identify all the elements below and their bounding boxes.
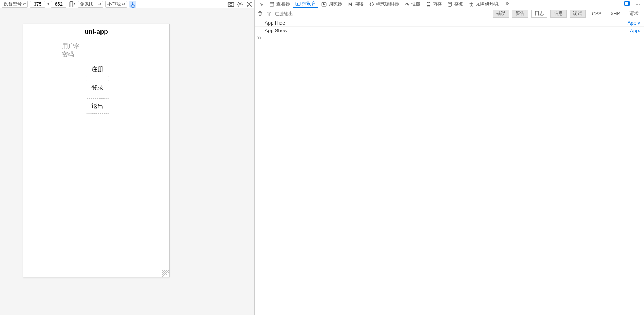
responsive-design-toolbar: 设备型号▴▾ × 像素比...▴▾ 不节流▴▾ [0, 0, 254, 8]
svg-point-2 [230, 3, 232, 5]
log-source-link[interactable]: App.v [628, 20, 640, 26]
select-arrows-icon: ▴▾ [122, 2, 125, 6]
filter-icon [266, 11, 272, 16]
settings-icon[interactable] [237, 1, 244, 8]
console-output: App Hide App.v App Show App. [255, 19, 644, 315]
level-error[interactable]: 错误 [493, 10, 509, 18]
register-button[interactable]: 注册 [86, 62, 109, 77]
tab-style-editor[interactable]: 样式编辑器 [367, 0, 401, 8]
element-picker-icon[interactable] [256, 0, 266, 8]
login-button[interactable]: 登录 [86, 80, 109, 95]
select-arrows-icon: ▴▾ [23, 2, 26, 6]
svg-rect-6 [296, 2, 300, 6]
device-simulator-viewport: uni-app 用户名 密码 注册 登录 退出 [23, 24, 170, 277]
rotate-icon[interactable] [69, 1, 76, 8]
more-tabs-icon[interactable] [502, 1, 512, 7]
level-warn[interactable]: 警告 [512, 10, 528, 18]
console-prompt[interactable] [255, 34, 644, 42]
level-log[interactable]: 日志 [531, 10, 547, 18]
dimension-multiply: × [47, 2, 49, 7]
device-model-select[interactable]: 设备型号▴▾ [2, 1, 28, 8]
tab-storage[interactable]: 存储 [445, 0, 466, 8]
console-log-row: App Show App. [255, 27, 644, 34]
viewport-height-input[interactable] [51, 1, 66, 8]
select-arrows-icon: ▴▾ [98, 2, 101, 6]
screenshot-icon[interactable] [227, 1, 234, 8]
viewport-dimensions: × [30, 1, 66, 8]
console-filter-bar: 错误 警告 日志 信息 调试 CSS XHR 请求 [255, 8, 644, 19]
log-message: App Hide [265, 20, 628, 26]
resize-grip-icon[interactable] [162, 270, 169, 277]
tab-console[interactable]: 控制台 [293, 0, 318, 8]
dpr-select[interactable]: 像素比...▴▾ [78, 1, 103, 8]
svg-point-9 [448, 2, 452, 3]
devtools-tab-bar: 查看器 控制台 调试器 网络 样式编辑器 性能 内存 存储 [255, 0, 644, 8]
filter-xhr[interactable]: XHR [608, 11, 623, 17]
svg-rect-8 [427, 3, 430, 5]
svg-point-10 [471, 2, 472, 3]
tab-memory[interactable]: 内存 [423, 0, 444, 8]
filter-css[interactable]: CSS [589, 11, 604, 17]
tab-network[interactable]: 网络 [345, 0, 366, 8]
password-input-placeholder[interactable]: 密码 [62, 51, 169, 59]
dock-side-icon[interactable] [622, 0, 632, 8]
clear-console-icon[interactable] [257, 11, 263, 17]
username-input-placeholder[interactable]: 用户名 [62, 42, 169, 50]
app-title: uni-app [23, 24, 169, 39]
console-log-row: App Hide App.v [255, 19, 644, 27]
log-message: App Show [265, 28, 630, 33]
filter-output-input[interactable] [275, 11, 397, 16]
svg-rect-5 [270, 2, 274, 6]
tab-debugger[interactable]: 调试器 [319, 0, 344, 8]
svg-rect-12 [628, 2, 630, 6]
level-info[interactable]: 信息 [550, 10, 567, 18]
tab-accessibility[interactable]: 无障碍环境 [466, 0, 501, 8]
filter-requests[interactable]: 请求 [626, 10, 642, 17]
logout-button[interactable]: 退出 [86, 98, 109, 114]
viewport-width-input[interactable] [30, 1, 45, 8]
svg-point-3 [239, 3, 241, 5]
touch-simulation-icon[interactable] [129, 1, 136, 8]
close-icon[interactable] [246, 1, 253, 8]
tab-inspector[interactable]: 查看器 [267, 0, 292, 8]
devtools-menu-icon[interactable]: ⋯ [633, 2, 642, 7]
tab-performance[interactable]: 性能 [402, 0, 423, 8]
level-debug[interactable]: 调试 [570, 10, 586, 18]
throttle-select[interactable]: 不节流▴▾ [105, 1, 127, 8]
svg-rect-0 [70, 1, 73, 7]
log-source-link[interactable]: App. [630, 28, 640, 33]
